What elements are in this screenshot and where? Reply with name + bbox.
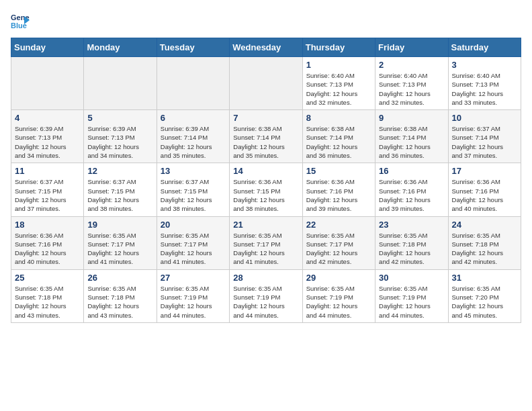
calendar-cell: 26Sunrise: 6:35 AM Sunset: 7:18 PM Dayli… xyxy=(84,269,157,322)
calendar-cell xyxy=(230,57,302,110)
day-number: 5 xyxy=(87,113,152,123)
day-info: Sunrise: 6:37 AM Sunset: 7:15 PM Dayligh… xyxy=(87,177,152,213)
calendar-cell: 18Sunrise: 6:36 AM Sunset: 7:16 PM Dayli… xyxy=(11,216,84,269)
calendar-cell xyxy=(11,57,84,110)
day-number: 1 xyxy=(306,60,371,70)
day-number: 17 xyxy=(452,166,517,176)
day-info: Sunrise: 6:40 AM Sunset: 7:13 PM Dayligh… xyxy=(306,71,371,107)
day-number: 25 xyxy=(15,273,80,283)
calendar-cell: 9Sunrise: 6:38 AM Sunset: 7:14 PM Daylig… xyxy=(375,110,448,163)
day-info: Sunrise: 6:35 AM Sunset: 7:19 PM Dayligh… xyxy=(379,284,444,320)
day-info: Sunrise: 6:38 AM Sunset: 7:14 PM Dayligh… xyxy=(306,124,371,160)
calendar-week-row: 25Sunrise: 6:35 AM Sunset: 7:18 PM Dayli… xyxy=(11,269,521,322)
calendar-day-header: Thursday xyxy=(302,38,375,57)
calendar-cell: 24Sunrise: 6:35 AM Sunset: 7:18 PM Dayli… xyxy=(448,216,521,269)
day-number: 23 xyxy=(379,220,444,230)
calendar-cell xyxy=(157,57,229,110)
calendar-cell: 7Sunrise: 6:38 AM Sunset: 7:14 PM Daylig… xyxy=(230,110,302,163)
calendar-cell: 17Sunrise: 6:36 AM Sunset: 7:16 PM Dayli… xyxy=(448,163,521,216)
day-info: Sunrise: 6:35 AM Sunset: 7:17 PM Dayligh… xyxy=(306,231,371,267)
day-number: 10 xyxy=(452,113,517,123)
day-info: Sunrise: 6:35 AM Sunset: 7:17 PM Dayligh… xyxy=(233,231,298,267)
day-info: Sunrise: 6:35 AM Sunset: 7:19 PM Dayligh… xyxy=(161,284,226,320)
day-info: Sunrise: 6:35 AM Sunset: 7:18 PM Dayligh… xyxy=(379,231,444,267)
day-number: 18 xyxy=(15,220,80,230)
calendar-cell: 25Sunrise: 6:35 AM Sunset: 7:18 PM Dayli… xyxy=(11,269,84,322)
day-info: Sunrise: 6:37 AM Sunset: 7:15 PM Dayligh… xyxy=(161,177,226,213)
calendar-week-row: 18Sunrise: 6:36 AM Sunset: 7:16 PM Dayli… xyxy=(11,216,521,269)
calendar-cell: 4Sunrise: 6:39 AM Sunset: 7:13 PM Daylig… xyxy=(11,110,84,163)
calendar-cell: 13Sunrise: 6:37 AM Sunset: 7:15 PM Dayli… xyxy=(157,163,229,216)
calendar-cell: 29Sunrise: 6:35 AM Sunset: 7:19 PM Dayli… xyxy=(302,269,375,322)
day-info: Sunrise: 6:36 AM Sunset: 7:16 PM Dayligh… xyxy=(379,177,444,213)
calendar-cell: 2Sunrise: 6:40 AM Sunset: 7:13 PM Daylig… xyxy=(375,57,448,110)
calendar-cell: 30Sunrise: 6:35 AM Sunset: 7:19 PM Dayli… xyxy=(375,269,448,322)
calendar-cell: 19Sunrise: 6:35 AM Sunset: 7:17 PM Dayli… xyxy=(84,216,157,269)
day-info: Sunrise: 6:35 AM Sunset: 7:20 PM Dayligh… xyxy=(452,284,517,320)
calendar-cell: 28Sunrise: 6:35 AM Sunset: 7:19 PM Dayli… xyxy=(230,269,302,322)
day-info: Sunrise: 6:35 AM Sunset: 7:17 PM Dayligh… xyxy=(161,231,226,267)
day-info: Sunrise: 6:35 AM Sunset: 7:19 PM Dayligh… xyxy=(233,284,298,320)
day-number: 26 xyxy=(87,273,152,283)
day-number: 28 xyxy=(233,273,298,283)
day-number: 11 xyxy=(15,166,80,176)
calendar-table: SundayMondayTuesdayWednesdayThursdayFrid… xyxy=(11,38,521,323)
day-info: Sunrise: 6:36 AM Sunset: 7:15 PM Dayligh… xyxy=(233,177,298,213)
calendar-cell: 14Sunrise: 6:36 AM Sunset: 7:15 PM Dayli… xyxy=(230,163,302,216)
page-header: General Blue xyxy=(11,11,521,30)
calendar-cell: 31Sunrise: 6:35 AM Sunset: 7:20 PM Dayli… xyxy=(448,269,521,322)
day-number: 20 xyxy=(161,220,226,230)
calendar-header-row: SundayMondayTuesdayWednesdayThursdayFrid… xyxy=(11,38,521,57)
day-number: 16 xyxy=(379,166,444,176)
day-number: 15 xyxy=(306,166,371,176)
calendar-cell: 12Sunrise: 6:37 AM Sunset: 7:15 PM Dayli… xyxy=(84,163,157,216)
day-info: Sunrise: 6:36 AM Sunset: 7:16 PM Dayligh… xyxy=(452,177,517,213)
day-number: 2 xyxy=(379,60,444,70)
day-info: Sunrise: 6:36 AM Sunset: 7:16 PM Dayligh… xyxy=(15,231,80,267)
calendar-week-row: 11Sunrise: 6:37 AM Sunset: 7:15 PM Dayli… xyxy=(11,163,521,216)
logo-icon: General Blue xyxy=(11,11,30,30)
day-number: 13 xyxy=(161,166,226,176)
calendar-week-row: 4Sunrise: 6:39 AM Sunset: 7:13 PM Daylig… xyxy=(11,110,521,163)
calendar-cell: 20Sunrise: 6:35 AM Sunset: 7:17 PM Dayli… xyxy=(157,216,229,269)
calendar-day-header: Sunday xyxy=(11,38,84,57)
calendar-cell: 5Sunrise: 6:39 AM Sunset: 7:13 PM Daylig… xyxy=(84,110,157,163)
day-number: 6 xyxy=(161,113,226,123)
calendar-cell: 1Sunrise: 6:40 AM Sunset: 7:13 PM Daylig… xyxy=(302,57,375,110)
day-info: Sunrise: 6:37 AM Sunset: 7:15 PM Dayligh… xyxy=(15,177,80,213)
calendar-cell: 6Sunrise: 6:39 AM Sunset: 7:14 PM Daylig… xyxy=(157,110,229,163)
day-number: 19 xyxy=(87,220,152,230)
calendar-cell: 23Sunrise: 6:35 AM Sunset: 7:18 PM Dayli… xyxy=(375,216,448,269)
day-number: 21 xyxy=(233,220,298,230)
day-number: 14 xyxy=(233,166,298,176)
day-number: 8 xyxy=(306,113,371,123)
calendar-cell: 21Sunrise: 6:35 AM Sunset: 7:17 PM Dayli… xyxy=(230,216,302,269)
day-info: Sunrise: 6:35 AM Sunset: 7:18 PM Dayligh… xyxy=(87,284,152,320)
day-number: 22 xyxy=(306,220,371,230)
calendar-cell: 27Sunrise: 6:35 AM Sunset: 7:19 PM Dayli… xyxy=(157,269,229,322)
day-info: Sunrise: 6:35 AM Sunset: 7:17 PM Dayligh… xyxy=(87,231,152,267)
day-number: 3 xyxy=(452,60,517,70)
calendar-cell: 3Sunrise: 6:40 AM Sunset: 7:13 PM Daylig… xyxy=(448,57,521,110)
day-info: Sunrise: 6:35 AM Sunset: 7:19 PM Dayligh… xyxy=(306,284,371,320)
calendar-week-row: 1Sunrise: 6:40 AM Sunset: 7:13 PM Daylig… xyxy=(11,57,521,110)
day-info: Sunrise: 6:39 AM Sunset: 7:14 PM Dayligh… xyxy=(161,124,226,160)
calendar-cell: 8Sunrise: 6:38 AM Sunset: 7:14 PM Daylig… xyxy=(302,110,375,163)
calendar-day-header: Monday xyxy=(84,38,157,57)
day-info: Sunrise: 6:39 AM Sunset: 7:13 PM Dayligh… xyxy=(15,124,80,160)
calendar-cell: 16Sunrise: 6:36 AM Sunset: 7:16 PM Dayli… xyxy=(375,163,448,216)
calendar-day-header: Saturday xyxy=(448,38,521,57)
day-info: Sunrise: 6:38 AM Sunset: 7:14 PM Dayligh… xyxy=(379,124,444,160)
calendar-cell: 22Sunrise: 6:35 AM Sunset: 7:17 PM Dayli… xyxy=(302,216,375,269)
day-number: 7 xyxy=(233,113,298,123)
day-info: Sunrise: 6:40 AM Sunset: 7:13 PM Dayligh… xyxy=(452,71,517,107)
day-info: Sunrise: 6:40 AM Sunset: 7:13 PM Dayligh… xyxy=(379,71,444,107)
calendar-cell xyxy=(84,57,157,110)
calendar-cell: 10Sunrise: 6:37 AM Sunset: 7:14 PM Dayli… xyxy=(448,110,521,163)
calendar-cell: 15Sunrise: 6:36 AM Sunset: 7:16 PM Dayli… xyxy=(302,163,375,216)
day-number: 27 xyxy=(161,273,226,283)
day-info: Sunrise: 6:35 AM Sunset: 7:18 PM Dayligh… xyxy=(15,284,80,320)
day-info: Sunrise: 6:37 AM Sunset: 7:14 PM Dayligh… xyxy=(452,124,517,160)
day-number: 29 xyxy=(306,273,371,283)
day-number: 9 xyxy=(379,113,444,123)
